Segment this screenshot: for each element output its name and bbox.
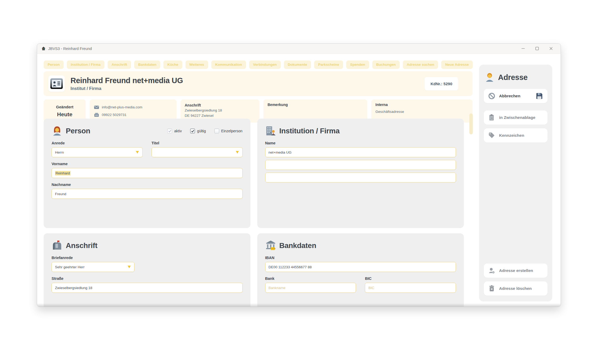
abbrechen-button[interactable]: Abbrechen bbox=[484, 89, 547, 103]
bank-icon bbox=[265, 240, 276, 251]
anrede-value: Herrn bbox=[55, 150, 64, 154]
bank-label: Bank bbox=[265, 276, 356, 281]
man-icon bbox=[484, 72, 495, 83]
strasse-input[interactable]: Zwieselbergsiedlung 18 bbox=[52, 283, 243, 293]
phone-value[interactable]: 09922 5029731 bbox=[102, 113, 127, 117]
tab-kueche[interactable]: Küche bbox=[163, 60, 182, 69]
vorname-value: Reinhard bbox=[55, 171, 71, 175]
tab-spenden[interactable]: Spenden bbox=[346, 60, 369, 69]
institution-name-value-1: net+media UG bbox=[269, 150, 292, 154]
titlebar: JBVS3 - Reinhard Freund bbox=[37, 44, 561, 54]
tab-neue-adresse[interactable]: Neue Adresse bbox=[441, 60, 473, 69]
nachname-label: Nachname bbox=[52, 183, 243, 187]
checkbox-einzelperson-label: Einzelperson bbox=[221, 129, 243, 133]
tab-dokumente[interactable]: Dokumente bbox=[284, 60, 311, 69]
changed-label: Geändert bbox=[56, 105, 73, 109]
tag-icon bbox=[488, 132, 495, 139]
scrollbar-thumb[interactable] bbox=[469, 113, 473, 134]
person-title: Person bbox=[66, 127, 90, 135]
bic-input[interactable]: BIC bbox=[365, 283, 456, 293]
tab-anschrift[interactable]: Anschrift bbox=[108, 60, 131, 69]
tab-bar: Person Institution / Firma Anschrift Ban… bbox=[44, 60, 473, 69]
remark-label: Bemerkung bbox=[268, 103, 363, 107]
person-add-icon bbox=[488, 267, 495, 274]
adresse-erstellen-button[interactable]: Adresse erstellen bbox=[484, 264, 547, 278]
adresse-erstellen-label: Adresse erstellen bbox=[499, 268, 533, 273]
checkbox-aktiv-box bbox=[167, 129, 172, 133]
interna-label: Interna bbox=[375, 103, 468, 107]
checkbox-einzelperson[interactable]: Einzelperson bbox=[214, 129, 243, 133]
anrede-label: Anrede bbox=[52, 141, 143, 145]
tab-weiteres[interactable]: Weiteres bbox=[185, 60, 208, 69]
bic-placeholder: BIC bbox=[368, 286, 374, 290]
checkbox-aktiv[interactable]: aktiv bbox=[167, 129, 182, 133]
institution-name-label: Name bbox=[265, 141, 456, 145]
anrede-select[interactable]: Herrn bbox=[52, 147, 143, 157]
page-title: Reinhard Freund net+media UG bbox=[71, 76, 183, 85]
iban-label: IBAN bbox=[265, 256, 456, 260]
record-type: Institut / Firma bbox=[71, 86, 183, 91]
tab-kommunikation[interactable]: Kommunikation bbox=[211, 60, 246, 69]
iban-input[interactable]: DE00 112233 44556677 88 bbox=[265, 262, 456, 272]
chevron-down-icon bbox=[235, 151, 239, 154]
email-icon bbox=[94, 105, 99, 110]
institution-name-input-2[interactable] bbox=[265, 160, 456, 170]
form-sections: Person aktiv gültig bbox=[44, 119, 464, 307]
bankdaten-section: Bankdaten IBAN DE00 112233 44556677 88 B… bbox=[257, 233, 464, 307]
minimize-button[interactable] bbox=[516, 44, 530, 53]
bank-input[interactable]: Bankname bbox=[265, 283, 356, 293]
institution-name-input-1[interactable]: net+media UG bbox=[265, 147, 456, 157]
nachname-input[interactable]: Freund bbox=[52, 189, 243, 199]
app-window: JBVS3 - Reinhard Freund Person Instituti… bbox=[37, 43, 561, 307]
abbrechen-label: Abbrechen bbox=[499, 94, 520, 98]
window-controls bbox=[516, 44, 558, 53]
tab-buchungen[interactable]: Buchungen bbox=[372, 60, 400, 69]
cancel-icon bbox=[488, 92, 495, 100]
strasse-value: Zwieselbergsiedlung 18 bbox=[55, 286, 92, 290]
tab-parkscheine[interactable]: Parkscheine bbox=[314, 60, 343, 69]
bankdaten-title: Bankdaten bbox=[279, 241, 316, 250]
maximize-button[interactable] bbox=[530, 44, 544, 53]
email-value[interactable]: info@net-plus-media.com bbox=[102, 105, 142, 109]
checkbox-gueltig[interactable]: gültig bbox=[190, 129, 206, 133]
woman-icon bbox=[52, 125, 63, 136]
tab-bankdaten[interactable]: Bankdaten bbox=[134, 60, 160, 69]
chevron-down-icon bbox=[135, 151, 139, 154]
bank-placeholder: Bankname bbox=[269, 286, 286, 290]
briefanrede-select[interactable]: Sehr geehrter Herr bbox=[52, 262, 134, 272]
tab-person[interactable]: Person bbox=[44, 60, 64, 69]
adresse-loeschen-label: Adresse löschen bbox=[499, 286, 532, 291]
institution-name-input-3[interactable] bbox=[265, 173, 456, 183]
bic-label: BIC bbox=[365, 276, 456, 281]
sidebar-title: Adresse bbox=[498, 73, 527, 82]
institution-section: Institution / Firma Name net+media UG bbox=[257, 119, 464, 228]
home-icon bbox=[41, 46, 46, 51]
tab-verbindungen[interactable]: Verbindungen bbox=[249, 60, 281, 69]
tab-institution-firma[interactable]: Institution / Firma bbox=[67, 60, 104, 69]
titel-label: Titel bbox=[152, 141, 243, 145]
nachname-value: Freund bbox=[55, 192, 66, 196]
institution-title: Institution / Firma bbox=[279, 127, 340, 135]
adresse-loeschen-button[interactable]: Adresse löschen bbox=[484, 281, 547, 296]
zwischenablage-button[interactable]: in Zwischenablage bbox=[484, 110, 547, 125]
checkbox-gueltig-label: gültig bbox=[197, 129, 206, 133]
vorname-label: Vorname bbox=[52, 162, 243, 166]
address-summary-label: Anschrift bbox=[185, 103, 255, 108]
titel-select[interactable] bbox=[152, 147, 243, 157]
record-header: Reinhard Freund net+media UG Institut / … bbox=[44, 71, 473, 96]
chevron-down-icon bbox=[127, 265, 131, 269]
close-button[interactable] bbox=[544, 44, 558, 53]
briefanrede-value: Sehr geehrter Herr bbox=[55, 265, 85, 269]
tab-adresse-suchen[interactable]: Adresse suchen bbox=[403, 60, 438, 69]
zwischenablage-label: in Zwischenablage bbox=[499, 115, 535, 120]
fax-icon bbox=[94, 113, 99, 117]
kennzeichen-label: Kennzeichen bbox=[499, 133, 524, 138]
checkbox-gueltig-box bbox=[190, 129, 195, 133]
contact-card-icon bbox=[48, 75, 65, 92]
kennzeichen-button[interactable]: Kennzeichen bbox=[484, 128, 547, 143]
person-section: Person aktiv gültig bbox=[44, 119, 250, 228]
briefanrede-label: Briefanrede bbox=[52, 256, 243, 260]
vorname-input[interactable]: Reinhard bbox=[52, 168, 243, 178]
strasse-label: Straße bbox=[52, 276, 243, 281]
person-checkboxes: aktiv gültig Einzelperson bbox=[167, 129, 242, 133]
